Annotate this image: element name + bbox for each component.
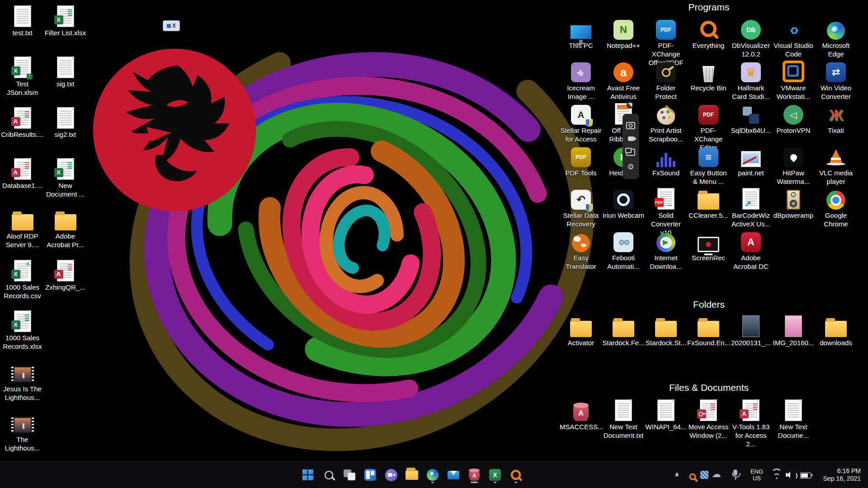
program-icon-everything[interactable]: Everything [687,18,730,50]
desktop-icon-1000-sales-records-xlsx[interactable]: X1000 Sales Records.xlsx [1,309,44,351]
language-indicator[interactable]: ENG US [747,468,767,482]
desktop-icon-sig2-txt[interactable]: sig2.txt [44,105,87,139]
program-icon-google-chrome[interactable]: Google Chrome [815,188,857,228]
desktop-icon-test-txt[interactable]: test.txt [1,4,44,37]
taskbar-search-button[interactable] [320,466,338,484]
folder-icon-20200131[interactable]: 20200131_... [730,315,772,347]
volume-icon[interactable] [786,471,796,479]
program-icon-notepad[interactable]: NNotepad++ [602,18,645,50]
folder-icon-fxsound-en[interactable]: FxSound.En... [687,315,730,347]
program-icon-internet-downloa[interactable]: Internet Downloa... [645,230,687,271]
onedrive-cloud-icon[interactable]: ☁ [712,469,721,479]
program-icon-stellar-repair-for-access[interactable]: AStellar Repair for Access [560,103,602,143]
taskbar-access-button[interactable]: A [465,466,483,484]
program-icon-hitpaw-waterma[interactable]: HitPaw Waterma... [772,145,815,186]
desktop-icon-adobe-acrobat-pr[interactable]: Adobe Acrobat Pr... [44,207,87,249]
program-icon-recycle-bin[interactable]: Recycle Bin [687,61,730,92]
desktop-icon-aloof-rdp-server-9[interactable]: Aloof RDP Server 9.... [1,207,44,249]
program-icon-print-artist-scrapboo[interactable]: Print Artist Scrapboo... [645,103,687,143]
settings-gear-icon[interactable]: ⚙ [627,163,634,171]
program-icon-tixati[interactable]: ЖTixati [815,103,857,135]
taskbar-edge-button[interactable] [424,466,442,484]
taskbar-widgets-button[interactable] [361,466,379,484]
files-grid: AMSACCESS...New Text Document.txtWINAPI_… [560,399,858,458]
program-icon-pdf-xchange-office2pdf[interactable]: PDFPDF-XChange Office2PDF [645,18,687,67]
microphone-icon[interactable] [733,469,737,476]
desktop-icon-test-json-xlsm[interactable]: X!Test JSon.xlsm [1,55,44,97]
file-icon-msaccess[interactable]: AMSACCESS... [560,399,602,431]
taskbar-chat-button[interactable] [382,466,400,484]
folder-icon-stardock-fe[interactable]: Stardock.Fe... [602,315,645,347]
program-icon-avast-free-antivirus[interactable]: aAvast Free Antivirus [602,61,645,101]
program-icon-microsoft-edge[interactable]: Microsoft Edge [815,18,857,58]
program-icon-icecream-image[interactable]: »Icecream Image ... [560,61,602,101]
folder-icon-activator[interactable]: Activator [560,315,602,347]
program-icon-easy-translator[interactable]: Easy Translator [560,230,602,271]
everything-icon [511,470,521,480]
everything-tray-icon[interactable] [687,471,698,482]
program-icon-protonvpn[interactable]: ◁ProtonVPN [772,103,815,135]
program-icon-screenrec[interactable]: ScreenRec [687,230,730,262]
folder-icon-img-20160[interactable]: IMG_20160... [772,315,815,347]
taskbar-mail-button[interactable] [444,466,462,484]
program-icon-pdf-tools[interactable]: PDFPDF Tools [560,145,602,177]
file-icon-v-tools-1-83-for-access-2[interactable]: AV-Tools 1.83 for Access 2... [730,399,772,448]
battery-icon[interactable] [800,473,811,479]
taskbar-clock[interactable]: 6:16 PM Sep 16, 2021 [813,467,861,483]
desktop-icon-new-document[interactable]: XNew Document ... [44,156,87,198]
program-icon-adobe-acrobat-dc[interactable]: AAdobe Acrobat DC [730,230,772,271]
vscode-icon: ‹› [783,18,803,40]
program-icon-pdf-xchange-editor[interactable]: PDFPDF-XChange Editor [687,103,730,152]
desktop-icon-1000-sales-records-csv[interactable]: Xa,1000 Sales Records.csv [1,258,44,300]
taskbar-excel-button[interactable]: X [486,466,504,484]
wifi-icon[interactable] [771,471,782,479]
program-icon-vmware-workstati[interactable]: VMware Workstati... [772,61,815,101]
program-icon-easy-button-menu[interactable]: ≡Easy Button & Menu ... [687,145,730,186]
file-icon-new-text-docume[interactable]: New Text Docume... [772,399,815,440]
desktop-icon-zxhingqr[interactable]: AZxhingQR_... [44,258,87,291]
program-icon-dbvisualizer-12-0-2[interactable]: DBDbVisualizer 12.0.2 [730,18,772,58]
file-icon-move-access-window-2[interactable]: Move Access Window (2... [687,399,730,440]
folder-icon-stardock-st[interactable]: Stardock.St... [645,315,687,347]
icon-label: Win Video Converter [815,84,857,101]
recycle-bin-icon [702,61,715,82]
program-icon-visual-studio-code[interactable]: ‹›Visual Studio Code [772,18,815,58]
program-icon-paint-net[interactable]: paint.net [730,145,772,177]
program-icon-sqldbx64u[interactable]: SqlDbx64U... [730,103,772,135]
desktop-icon-jesus-is-the-lighthous[interactable]: Jesus Is The Lighthous... [1,360,44,402]
capture-toolbar[interactable]: ⚙ [623,114,639,179]
taskbar-start-button[interactable] [299,466,317,484]
avast-icon: a [613,61,633,82]
folder-icon-downloads[interactable]: downloads [815,315,857,347]
program-icon-ccleaner-5[interactable]: CCleaner.5... [687,188,730,220]
screenshot-icon[interactable] [626,149,635,156]
desktop-icon-cribresults[interactable]: ACribResults.... [1,105,44,139]
program-icon-barcodewiz-activex-us[interactable]: ↗BarCodeWiz ActiveX Us... [730,188,772,228]
desktop-icon-sig-txt[interactable]: sig.txt [44,55,87,88]
camera-icon[interactable] [626,122,635,129]
program-icon-this-pc[interactable]: This PC [560,18,602,50]
program-icon-iriun-webcam[interactable]: Iriun Webcam [602,188,645,220]
taskbar-everything-button[interactable] [507,466,525,484]
program-icon-fxsound[interactable]: FxSound [645,145,687,177]
program-icon-dbpoweramp[interactable]: dBpoweramp [772,188,815,220]
program-icon-hallmark-card-studi[interactable]: ♛Hallmark Card Studi... [730,61,772,101]
taskbar-file-explorer-button[interactable] [403,466,421,484]
desktop-icon-database1[interactable]: ADatabase1.... [1,156,44,190]
file-icon-winapi-64[interactable]: WINAPI_64... [645,399,687,431]
program-icon-solid-converter-v10[interactable]: PDF→Solid Converter v10 [645,188,687,237]
mini-window[interactable]: X [163,20,180,31]
program-icon-vlc-media-player[interactable]: VLC media player [815,145,857,186]
program-icon-folder-protect[interactable]: Folder Protect [645,61,687,101]
video-camera-icon[interactable] [628,136,634,141]
photo-dark-icon [742,315,760,337]
file-icon-new-text-document-txt[interactable]: New Text Document.txt [602,399,645,440]
app-pixel-icon[interactable] [700,471,708,479]
chevron-up-icon[interactable]: ∧ [675,471,679,478]
taskbar-task-view-button[interactable] [340,466,359,484]
program-icon-stellar-data-recovery[interactable]: ↶Stellar Data Recovery [560,188,602,228]
desktop-icon-the-lighthous[interactable]: The Lighthous... [1,410,44,452]
desktop-icon-filter-list-xlsx[interactable]: XFilter List.xlsx [44,4,87,37]
program-icon-win-video-converter[interactable]: ⇄Win Video Converter [815,61,857,101]
program-icon-febooti-automati[interactable]: ⚙⚙Febooti Automati... [602,230,645,271]
